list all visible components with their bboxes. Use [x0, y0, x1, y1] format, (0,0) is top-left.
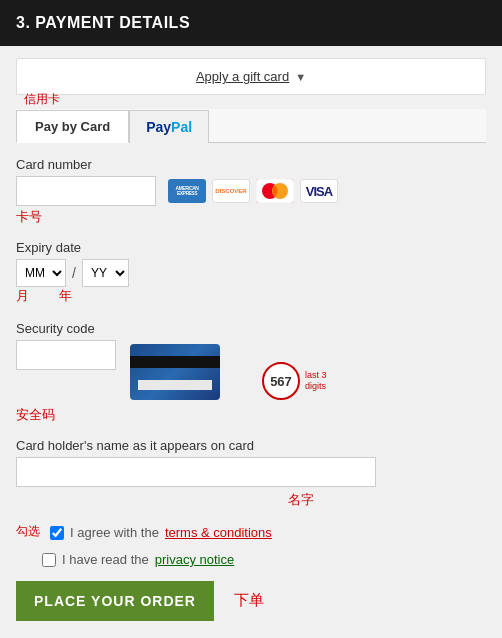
checkbox-annotation: 勾选: [16, 523, 40, 540]
terms-link[interactable]: terms & conditions: [165, 525, 272, 540]
expiry-annotations: 月 年: [16, 287, 486, 307]
security-row: 567 last 3 digits: [16, 340, 486, 404]
privacy-checkbox[interactable]: [42, 553, 56, 567]
tab-card-annotation: 信用卡: [24, 91, 60, 108]
security-code-input[interactable]: [16, 340, 116, 370]
tab-pay-by-card[interactable]: Pay by Card: [16, 110, 129, 143]
section-title: 3. PAYMENT DETAILS: [16, 14, 190, 31]
page-container: 3. PAYMENT DETAILS Apply a gift card ▼ 信…: [0, 0, 502, 638]
expiry-separator: /: [72, 265, 76, 281]
expiry-year-select[interactable]: YY 24252627 282930: [82, 259, 129, 287]
paypal-logo: PayPal: [146, 119, 192, 135]
tabs-container: 信用卡 Pay by Card PayPal: [16, 109, 486, 143]
cvv-circle: 567: [262, 362, 300, 400]
expiry-month-select[interactable]: MM 01020304 05060708 09101112: [16, 259, 66, 287]
expiry-row: MM 01020304 05060708 09101112 / YY 24252…: [16, 259, 486, 287]
mastercard-svg: [256, 179, 294, 203]
order-row: PLACE YOUR ORDER 下单: [16, 581, 486, 621]
last3-text: last 3 digits: [305, 370, 345, 392]
cvv-illustration: 567 last 3 digits: [130, 344, 290, 404]
visa-icon: VISA: [300, 179, 338, 203]
discover-icon: DISCOVER: [212, 179, 250, 203]
gift-card-arrow-icon: ▼: [295, 71, 306, 83]
terms-checkbox[interactable]: [50, 526, 64, 540]
security-code-group: Security code 567 last 3 digits 安全码: [16, 321, 486, 424]
cardholder-annotation: 名字: [116, 491, 486, 509]
cardholder-label: Card holder's name as it appears on card: [16, 438, 486, 453]
card-number-row: AMERICANEXPRESS DISCOVER: [16, 176, 486, 206]
place-order-button[interactable]: PLACE YOUR ORDER: [16, 581, 214, 621]
card-signature-strip: [138, 380, 212, 390]
section-header: 3. PAYMENT DETAILS: [0, 0, 502, 46]
card-stripe: [130, 356, 220, 368]
privacy-checkbox-row: I have read the privacy notice: [16, 552, 486, 567]
mastercard-icon: [256, 179, 294, 203]
year-annotation: 年: [59, 287, 72, 305]
card-number-label: Card number: [16, 157, 486, 172]
card-number-input[interactable]: [16, 176, 156, 206]
amex-icon: AMERICANEXPRESS: [168, 179, 206, 203]
security-code-label: Security code: [16, 321, 486, 336]
content-area: Apply a gift card ▼ 信用卡 Pay by Card PayP…: [0, 46, 502, 638]
card-number-annotation: 卡号: [16, 208, 486, 226]
card-icons: AMERICANEXPRESS DISCOVER: [168, 179, 338, 203]
tab-paypal[interactable]: PayPal: [129, 110, 209, 143]
checkboxes-area: 勾选 I agree with the terms & conditions I…: [16, 523, 486, 567]
month-annotation: 月: [16, 287, 29, 305]
gift-card-link[interactable]: Apply a gift card: [196, 69, 289, 84]
privacy-pre-text: I have read the: [62, 552, 149, 567]
card-number-group: Card number AMERICANEXPRESS DISCOVER: [16, 157, 486, 226]
terms-pre-text: I agree with the: [70, 525, 159, 540]
card-visual: [130, 344, 220, 400]
security-annotation: 安全码: [16, 406, 486, 424]
terms-checkbox-row: 勾选 I agree with the terms & conditions: [16, 523, 486, 542]
cardholder-group: Card holder's name as it appears on card…: [16, 438, 486, 509]
expiry-label: Expiry date: [16, 240, 486, 255]
cardholder-name-input[interactable]: [16, 457, 376, 487]
privacy-link[interactable]: privacy notice: [155, 552, 234, 567]
order-annotation: 下单: [234, 591, 264, 610]
expiry-group: Expiry date MM 01020304 05060708 0910111…: [16, 240, 486, 307]
gift-card-row: Apply a gift card ▼: [16, 58, 486, 95]
